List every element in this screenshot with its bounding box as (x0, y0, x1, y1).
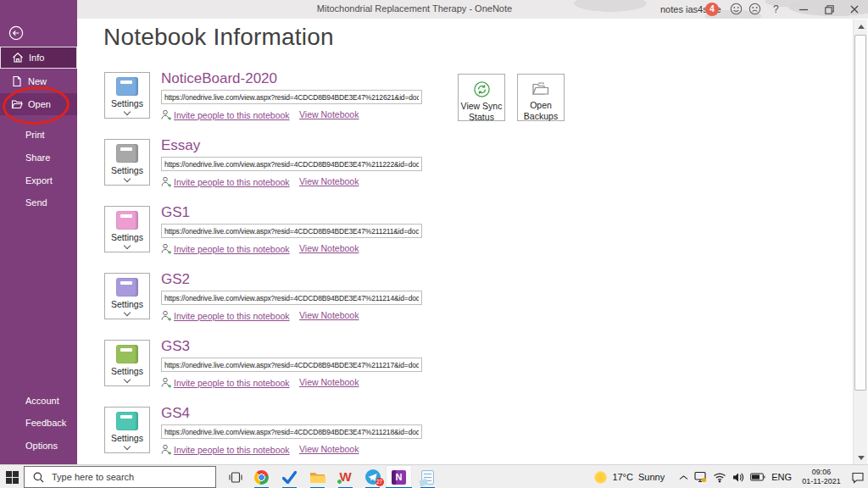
clock[interactable]: 09:06 01-11-2021 (798, 468, 845, 487)
taskbar-app-checkmark[interactable] (276, 465, 303, 488)
page-title: Notebook Information (103, 24, 334, 51)
time: 09:06 (798, 468, 845, 477)
add-person-icon (161, 377, 171, 388)
notebook-settings-button[interactable]: Settings (104, 407, 150, 453)
taskbar-app-notepad[interactable] (415, 465, 441, 488)
close-button[interactable] (843, 0, 865, 19)
battery-icon[interactable] (750, 473, 765, 481)
smiley-feedback-icon[interactable] (730, 3, 743, 15)
view-notebook-link[interactable]: View Notebook (299, 377, 359, 387)
wps-badge (337, 479, 342, 485)
checkmark-icon (282, 471, 297, 484)
chrome-icon (254, 470, 269, 485)
help-button[interactable]: ? (773, 3, 779, 15)
taskbar-search-input[interactable]: Type here to search (24, 466, 216, 488)
invite-people-link[interactable]: Invite people to this notebook (161, 444, 290, 455)
notebook-title: GS1 (161, 204, 190, 221)
backups-folder-icon (531, 80, 550, 97)
sidebar-item-send[interactable]: Send (0, 191, 77, 214)
frowny-feedback-icon[interactable] (748, 3, 761, 15)
notebook-row: Settings Essay Invite people to this not… (77, 139, 670, 198)
taskbar-app-onenote[interactable]: N (386, 465, 412, 488)
notebook-title: GS2 (161, 271, 190, 288)
add-person-icon (161, 243, 171, 254)
taskbar-app-file-explorer[interactable] (304, 465, 331, 488)
scroll-down-arrow[interactable] (854, 451, 868, 464)
display-tray-icon[interactable] (694, 471, 707, 483)
title-bar: Mitochondrial Replacement Therapy - OneN… (0, 0, 868, 19)
notebook-icon (116, 144, 138, 163)
view-notebook-link[interactable]: View Notebook (299, 109, 359, 119)
taskbar-app-telegram[interactable]: 27 (359, 465, 386, 488)
notebook-info-panel: Notebook Information Settings NoticeBoar… (77, 19, 868, 464)
notebook-icon (116, 345, 138, 363)
notepad-icon (421, 470, 434, 485)
invite-people-link[interactable]: Invite people to this notebook (161, 377, 290, 388)
search-icon (33, 472, 44, 483)
invite-people-link[interactable]: Invite people to this notebook (161, 109, 290, 120)
notebook-icon (116, 278, 138, 297)
sidebar-item-account[interactable]: Account (0, 390, 77, 412)
onenote-window: Mitochondrial Replacement Therapy - OneN… (0, 0, 868, 488)
notebook-settings-button[interactable]: Settings (104, 139, 150, 186)
taskbar-app-chrome[interactable] (248, 465, 275, 488)
notebook-icon (116, 412, 138, 430)
sidebar-item-info[interactable]: Info (0, 47, 77, 69)
vertical-scrollbar[interactable] (853, 19, 867, 464)
view-sync-status-button[interactable]: View Sync Status (458, 74, 505, 121)
show-hidden-icons-chevron[interactable] (679, 474, 688, 480)
chevron-down-icon (124, 175, 131, 182)
add-person-icon (161, 444, 171, 455)
file-explorer-icon (309, 471, 326, 484)
sidebar-item-feedback[interactable]: Feedback (0, 412, 77, 434)
back-button[interactable] (8, 25, 24, 41)
invite-people-link[interactable]: Invite people to this notebook (161, 176, 290, 187)
notebook-settings-button[interactable]: Settings (104, 206, 150, 252)
telegram-icon: 27 (365, 469, 381, 485)
notebook-row: Settings NoticeBoard-2020 Invite people … (77, 72, 670, 131)
notebook-settings-button[interactable]: Settings (104, 72, 150, 119)
notebook-url-field[interactable] (161, 224, 422, 238)
add-person-icon (161, 310, 171, 321)
restore-button[interactable] (818, 0, 840, 19)
sidebar-item-options[interactable]: Options (0, 435, 77, 457)
view-notebook-link[interactable]: View Notebook (299, 243, 359, 253)
backstage-sidebar: Info New Open Print Share Export Send (0, 0, 77, 464)
notebook-row: Settings GS2 Invite people to this noteb… (77, 273, 670, 332)
start-button[interactable] (0, 465, 24, 488)
notebook-icon (116, 211, 138, 230)
sidebar-item-export[interactable]: Export (0, 169, 77, 191)
chevron-down-icon (124, 376, 131, 383)
notebook-url-field[interactable] (161, 291, 422, 305)
view-notebook-link[interactable]: View Notebook (299, 176, 359, 186)
notebook-settings-button[interactable]: Settings (104, 273, 150, 319)
view-notebook-link[interactable]: View Notebook (299, 310, 359, 320)
view-notebook-link[interactable]: View Notebook (299, 444, 359, 454)
weather-widget[interactable]: 17°C Sunny (594, 471, 665, 484)
minimize-button[interactable] (793, 0, 815, 19)
scroll-up-arrow[interactable] (854, 19, 868, 33)
open-backups-button[interactable]: Open Backups (517, 74, 565, 121)
invite-people-link[interactable]: Invite people to this notebook (161, 243, 290, 254)
notebook-url-field[interactable] (161, 358, 422, 372)
window-title: Mitochondrial Replacement Therapy - OneN… (317, 3, 512, 14)
notebook-title: GS3 (161, 338, 190, 355)
notebook-url-field[interactable] (161, 424, 422, 439)
search-placeholder: Type here to search (52, 472, 134, 482)
notebook-settings-button[interactable]: Settings (104, 340, 150, 386)
windows-taskbar: Type here to search W 27 N (0, 464, 868, 488)
notebook-url-field[interactable] (161, 157, 422, 171)
language-indicator[interactable]: ENG (771, 472, 792, 482)
notebook-url-field[interactable] (161, 90, 422, 104)
invite-people-link[interactable]: Invite people to this notebook (161, 310, 290, 321)
scrollbar-thumb[interactable] (854, 35, 866, 391)
volume-icon[interactable] (732, 472, 744, 483)
action-center-icon[interactable] (851, 471, 865, 484)
taskbar-app-wps-office[interactable]: W (332, 465, 359, 488)
task-view-icon[interactable] (224, 465, 248, 488)
sidebar-item-print[interactable]: Print (0, 124, 77, 146)
wifi-icon[interactable] (713, 472, 726, 483)
sidebar-item-share[interactable]: Share (0, 147, 77, 169)
chevron-down-icon (124, 309, 131, 316)
telegram-badge: 27 (376, 478, 384, 486)
